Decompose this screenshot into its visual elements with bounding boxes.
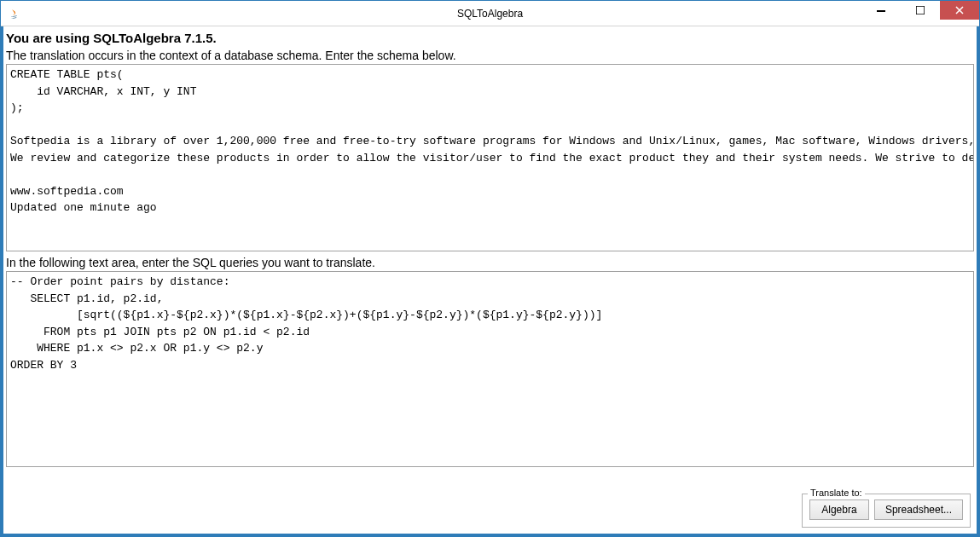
maximize-button[interactable] (901, 1, 940, 20)
schema-textarea[interactable] (6, 64, 974, 251)
window-controls (861, 1, 979, 26)
algebra-button[interactable]: Algebra (809, 499, 869, 520)
schema-textarea-wrap (6, 64, 974, 254)
bottom-bar: Translate to: Algebra Spreadsheet... (6, 490, 974, 531)
app-window: SQLToAlgebra You are using SQLToAlgebra … (0, 0, 980, 537)
content-area: You are using SQLToAlgebra 7.1.5. The tr… (1, 26, 979, 536)
translate-legend: Translate to: (808, 488, 865, 498)
query-textarea[interactable] (6, 271, 974, 467)
svg-rect-0 (877, 10, 885, 12)
svg-rect-1 (916, 6, 925, 14)
close-button[interactable] (940, 1, 979, 20)
titlebar[interactable]: SQLToAlgebra (1, 1, 979, 26)
query-textarea-wrap (6, 271, 974, 470)
translate-fieldset: Translate to: Algebra Spreadsheet... (802, 494, 971, 528)
query-label: In the following text area, enter the SQ… (6, 254, 974, 271)
spreadsheet-button[interactable]: Spreadsheet... (874, 499, 963, 520)
java-icon (8, 7, 21, 20)
minimize-button[interactable] (861, 1, 901, 20)
schema-label: The translation occurs in the context of… (6, 47, 974, 64)
translate-buttons: Algebra Spreadsheet... (809, 499, 963, 520)
window-title: SQLToAlgebra (457, 8, 523, 20)
version-heading: You are using SQLToAlgebra 7.1.5. (6, 29, 974, 47)
